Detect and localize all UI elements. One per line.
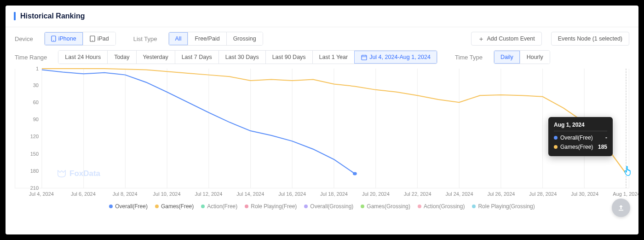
legend-dot-icon <box>361 205 364 208</box>
device-iphone-button[interactable]: iPhone <box>45 32 83 45</box>
calendar-icon <box>361 54 367 60</box>
page-title: Historical Ranking <box>20 12 85 20</box>
legend-dot-icon <box>245 205 248 208</box>
legend-label: Overall(Free) <box>115 203 148 210</box>
x-tick-label: Jul 20, 2024 <box>362 191 390 197</box>
y-tick-label: 60 <box>33 100 39 105</box>
legend-item[interactable]: Overall(Free) <box>109 203 148 210</box>
y-tick-label: 1 <box>36 66 39 71</box>
time-range-1y-button[interactable]: Last 1 Year <box>312 51 355 64</box>
add-custom-event-label: Add Custom Event <box>487 35 535 42</box>
legend-label: Games(Free) <box>161 203 194 210</box>
legend-item[interactable]: Role Playing(Free) <box>245 203 297 210</box>
legend-dot-icon <box>418 205 421 208</box>
plus-icon: ＋ <box>478 35 484 42</box>
legend-item[interactable]: Games(Free) <box>155 203 194 210</box>
upload-icon <box>617 204 625 212</box>
x-tick-label: Aug 1, 2024 <box>613 191 638 197</box>
tooltip-row: Games(Free)185 <box>554 142 607 152</box>
legend-item[interactable]: Games(Grossing) <box>361 203 410 210</box>
tooltip-date: Aug 1, 2024 <box>554 122 607 131</box>
legend-dot-icon <box>155 205 159 208</box>
x-tick-label: Jul 22, 2024 <box>404 191 431 197</box>
x-tick-label: Jul 6, 2024 <box>71 191 96 197</box>
time-range-custom-label: Jul 4, 2024-Aug 1, 2024 <box>369 54 431 60</box>
controls-row-1: Device iPhone iPad List Type All Free/Pa… <box>6 27 638 50</box>
tooltip-row: Overall(Free)- <box>554 133 607 142</box>
x-tick-label: Jul 18, 2024 <box>320 191 348 197</box>
tooltip-value: 185 <box>598 144 607 150</box>
time-range-90d-button[interactable]: Last 90 Days <box>265 51 312 64</box>
time-range-today-button[interactable]: Today <box>107 51 136 64</box>
x-tick-label: Jul 12, 2024 <box>195 191 222 197</box>
tooltip-value: - <box>605 135 607 141</box>
legend-label: Action(Grossing) <box>424 203 465 210</box>
y-axis-ticks: 1306090120150180210 <box>15 69 40 188</box>
x-tick-label: Jul 8, 2024 <box>113 191 138 197</box>
x-tick-label: Jul 30, 2024 <box>571 191 598 197</box>
legend-item[interactable]: Overall(Grossing) <box>304 203 353 210</box>
y-tick-label: 210 <box>30 185 39 191</box>
y-tick-label: 120 <box>30 134 39 139</box>
device-ipad-label: iPad <box>98 35 109 42</box>
legend-label: Games(Grossing) <box>367 203 410 210</box>
header-accent-bar <box>14 12 16 20</box>
chart-tooltip: Aug 1, 2024 Overall(Free)-Games(Free)185 <box>548 117 613 156</box>
tablet-icon <box>90 35 95 42</box>
legend-dot-icon <box>109 205 113 208</box>
historical-ranking-panel: Historical Ranking Device iPhone iPad Li… <box>6 6 638 234</box>
add-custom-event-button[interactable]: ＋ Add Custom Event <box>471 32 541 46</box>
tooltip-series-label: Overall(Free) <box>560 135 593 141</box>
controls-row-2: Time Range Last 24 Hours Today Yesterday… <box>6 50 638 69</box>
time-type-daily-button[interactable]: Daily <box>494 51 520 64</box>
chart-container: 1306090120150180210 FoxData Aug 1, 2024 … <box>6 69 638 219</box>
device-group: iPhone iPad <box>44 32 116 46</box>
legend-item[interactable]: Action(Free) <box>201 203 237 210</box>
time-range-label: Time Range <box>15 54 47 61</box>
time-range-yesterday-button[interactable]: Yesterday <box>136 51 175 64</box>
tooltip-series-label: Games(Free) <box>560 144 593 150</box>
x-tick-label: Jul 14, 2024 <box>236 191 264 197</box>
device-iphone-label: iPhone <box>58 35 76 42</box>
chart-plot-area[interactable]: 1306090120150180210 FoxData Aug 1, 2024 … <box>15 69 629 188</box>
legend-dot-icon <box>472 205 476 208</box>
time-range-24h-button[interactable]: Last 24 Hours <box>58 51 107 64</box>
x-tick-label: Jul 26, 2024 <box>487 191 515 197</box>
legend-item[interactable]: Role Playing(Grossing) <box>472 203 535 210</box>
legend-dot-icon <box>201 205 205 208</box>
panel-header: Historical Ranking <box>6 6 638 27</box>
upload-fab-button[interactable] <box>612 199 630 217</box>
x-tick-label: Jul 10, 2024 <box>153 191 181 197</box>
svg-point-1 <box>53 40 54 41</box>
legend-label: Role Playing(Free) <box>251 203 297 210</box>
y-tick-label: 180 <box>30 168 39 174</box>
time-range-7d-button[interactable]: Last 7 Days <box>175 51 218 64</box>
time-range-30d-button[interactable]: Last 30 Days <box>218 51 265 64</box>
device-ipad-button[interactable]: iPad <box>83 32 115 45</box>
list-type-group: All Free/Paid Grossing <box>168 32 263 46</box>
legend-label: Overall(Grossing) <box>310 203 353 210</box>
svg-rect-25 <box>619 210 623 211</box>
list-type-freepaid-button[interactable]: Free/Paid <box>188 32 226 45</box>
time-range-custom-button[interactable]: Jul 4, 2024-Aug 1, 2024 <box>354 51 437 64</box>
list-type-all-button[interactable]: All <box>169 32 188 45</box>
tooltip-dot-icon <box>554 145 558 149</box>
legend-item[interactable]: Action(Grossing) <box>418 203 465 210</box>
chart-plot <box>42 69 626 188</box>
legend-label: Role Playing(Grossing) <box>478 203 535 210</box>
time-type-hourly-button[interactable]: Hourly <box>520 51 550 64</box>
x-axis-ticks: Jul 4, 2024Jul 6, 2024Jul 8, 2024Jul 10,… <box>41 188 627 201</box>
list-type-grossing-button[interactable]: Grossing <box>226 32 263 45</box>
time-type-label: Time Type <box>455 54 483 61</box>
y-tick-label: 90 <box>33 117 39 122</box>
tooltip-dot-icon <box>554 136 558 140</box>
events-node-button[interactable]: Events Node (1 selected) <box>551 32 629 46</box>
x-tick-label: Jul 28, 2024 <box>529 191 557 197</box>
device-label: Device <box>15 35 33 42</box>
x-tick-label: Jul 4, 2024 <box>29 191 54 197</box>
x-tick-label: Jul 24, 2024 <box>446 191 473 197</box>
y-tick-label: 150 <box>30 151 39 157</box>
chart-legend: Overall(Free)Games(Free)Action(Free)Role… <box>15 201 629 214</box>
legend-dot-icon <box>304 205 308 208</box>
y-tick-label: 30 <box>33 82 39 88</box>
